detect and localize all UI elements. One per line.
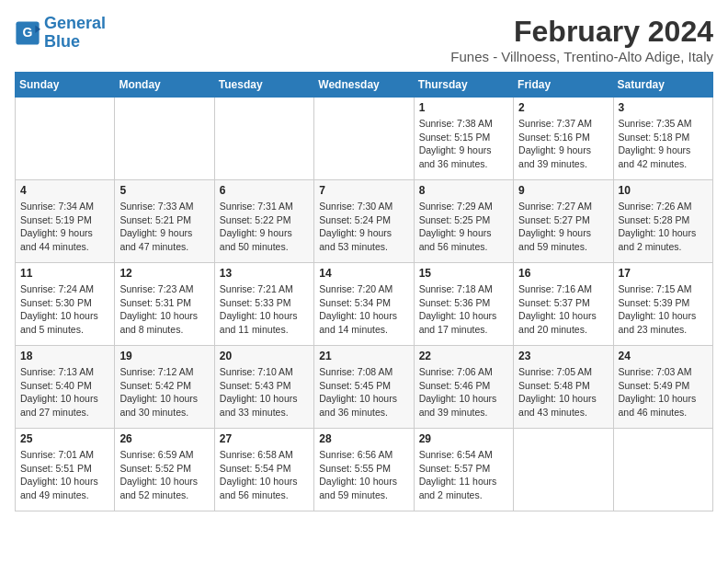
day-number: 29 [419,432,508,445]
day-detail: Sunrise: 7:33 AM Sunset: 5:21 PM Dayligh… [119,200,209,254]
day-detail: Sunrise: 7:12 AM Sunset: 5:42 PM Dayligh… [119,365,209,419]
day-detail: Sunrise: 7:27 AM Sunset: 5:27 PM Dayligh… [518,200,608,254]
day-number: 8 [419,184,508,197]
day-detail: Sunrise: 6:54 AM Sunset: 5:57 PM Dayligh… [419,448,508,502]
day-number: 24 [619,350,708,362]
table-row: 16Sunrise: 7:16 AM Sunset: 5:37 PM Dayli… [514,263,613,346]
day-detail: Sunrise: 7:37 AM Sunset: 5:16 PM Dayligh… [518,117,608,171]
header-friday: Friday [514,73,613,98]
logo-text: General Blue [44,15,106,52]
table-row: 5Sunrise: 7:33 AM Sunset: 5:21 PM Daylig… [115,180,214,263]
day-detail: Sunrise: 7:20 AM Sunset: 5:34 PM Dayligh… [319,282,408,337]
day-detail: Sunrise: 7:29 AM Sunset: 5:25 PM Dayligh… [419,200,508,254]
day-detail: Sunrise: 7:23 AM Sunset: 5:31 PM Dayligh… [119,282,209,337]
table-row: 23Sunrise: 7:05 AM Sunset: 5:48 PM Dayli… [514,346,613,429]
logo-line1: General [44,14,106,32]
table-row: 6Sunrise: 7:31 AM Sunset: 5:22 PM Daylig… [214,180,313,263]
day-detail: Sunrise: 7:30 AM Sunset: 5:24 PM Dayligh… [319,200,408,254]
day-number: 22 [419,350,508,362]
table-row: 28Sunrise: 6:56 AM Sunset: 5:55 PM Dayli… [314,429,414,511]
table-row: 2Sunrise: 7:37 AM Sunset: 5:16 PM Daylig… [514,98,613,180]
table-row [16,98,115,180]
table-row: 14Sunrise: 7:20 AM Sunset: 5:34 PM Dayli… [314,263,414,346]
day-detail: Sunrise: 7:18 AM Sunset: 5:36 PM Dayligh… [419,282,508,337]
day-detail: Sunrise: 7:01 AM Sunset: 5:51 PM Dayligh… [20,448,109,502]
day-number: 12 [119,267,209,280]
table-row: 24Sunrise: 7:03 AM Sunset: 5:49 PM Dayli… [613,346,712,429]
header-saturday: Saturday [613,73,712,98]
day-number: 13 [220,267,309,280]
day-number: 26 [119,432,209,445]
table-row [514,429,613,511]
day-number: 9 [518,184,608,197]
table-row: 7Sunrise: 7:30 AM Sunset: 5:24 PM Daylig… [314,180,414,263]
table-row [314,98,414,180]
day-number: 28 [319,432,408,445]
day-detail: Sunrise: 7:16 AM Sunset: 5:37 PM Dayligh… [518,282,608,337]
day-detail: Sunrise: 6:59 AM Sunset: 5:52 PM Dayligh… [119,448,209,502]
logo: G General Blue [15,15,106,52]
day-detail: Sunrise: 7:24 AM Sunset: 5:30 PM Dayligh… [20,282,109,337]
table-row: 29Sunrise: 6:54 AM Sunset: 5:57 PM Dayli… [414,429,513,511]
day-detail: Sunrise: 6:56 AM Sunset: 5:55 PM Dayligh… [319,448,408,502]
header: G General Blue February 2024 Funes - Vil… [15,15,713,64]
calendar-body: 1Sunrise: 7:38 AM Sunset: 5:15 PM Daylig… [16,98,713,511]
table-row: 20Sunrise: 7:10 AM Sunset: 5:43 PM Dayli… [214,346,313,429]
table-row [214,98,313,180]
day-detail: Sunrise: 7:34 AM Sunset: 5:19 PM Dayligh… [20,200,109,254]
day-detail: Sunrise: 7:13 AM Sunset: 5:40 PM Dayligh… [20,365,109,419]
table-row: 11Sunrise: 7:24 AM Sunset: 5:30 PM Dayli… [16,263,115,346]
calendar-header: Sunday Monday Tuesday Wednesday Thursday… [16,73,713,98]
table-row: 1Sunrise: 7:38 AM Sunset: 5:15 PM Daylig… [414,98,513,180]
table-row: 3Sunrise: 7:35 AM Sunset: 5:18 PM Daylig… [613,98,712,180]
day-number: 20 [220,350,309,362]
table-row: 13Sunrise: 7:21 AM Sunset: 5:33 PM Dayli… [214,263,313,346]
main-title: February 2024 [450,15,713,49]
table-row: 17Sunrise: 7:15 AM Sunset: 5:39 PM Dayli… [613,263,712,346]
day-detail: Sunrise: 7:06 AM Sunset: 5:46 PM Dayligh… [419,365,508,419]
header-wednesday: Wednesday [314,73,414,98]
day-detail: Sunrise: 7:21 AM Sunset: 5:33 PM Dayligh… [220,282,309,337]
day-detail: Sunrise: 7:15 AM Sunset: 5:39 PM Dayligh… [619,282,708,337]
table-row: 25Sunrise: 7:01 AM Sunset: 5:51 PM Dayli… [16,429,115,511]
day-detail: Sunrise: 7:26 AM Sunset: 5:28 PM Dayligh… [619,200,708,254]
day-number: 6 [220,184,309,197]
day-number: 16 [518,267,608,280]
svg-text:G: G [23,25,33,40]
day-detail: Sunrise: 7:38 AM Sunset: 5:15 PM Dayligh… [419,117,508,171]
day-number: 10 [619,184,708,197]
day-number: 27 [220,432,309,445]
day-number: 2 [518,101,608,114]
calendar-table: Sunday Monday Tuesday Wednesday Thursday… [15,72,713,511]
day-number: 15 [419,267,508,280]
day-number: 19 [119,350,209,362]
day-number: 7 [319,184,408,197]
subtitle: Funes - Villnoess, Trentino-Alto Adige, … [450,49,713,64]
day-number: 18 [20,350,109,362]
logo-icon: G [15,20,40,46]
table-row: 8Sunrise: 7:29 AM Sunset: 5:25 PM Daylig… [414,180,513,263]
table-row: 21Sunrise: 7:08 AM Sunset: 5:45 PM Dayli… [314,346,414,429]
table-row: 15Sunrise: 7:18 AM Sunset: 5:36 PM Dayli… [414,263,513,346]
table-row: 27Sunrise: 6:58 AM Sunset: 5:54 PM Dayli… [214,429,313,511]
table-row: 26Sunrise: 6:59 AM Sunset: 5:52 PM Dayli… [115,429,214,511]
day-detail: Sunrise: 7:03 AM Sunset: 5:49 PM Dayligh… [619,365,708,419]
day-number: 5 [119,184,209,197]
day-detail: Sunrise: 7:05 AM Sunset: 5:48 PM Dayligh… [518,365,608,419]
title-block: February 2024 Funes - Villnoess, Trentin… [450,15,713,64]
table-row: 10Sunrise: 7:26 AM Sunset: 5:28 PM Dayli… [613,180,712,263]
day-number: 3 [619,101,708,114]
header-monday: Monday [115,73,214,98]
day-detail: Sunrise: 7:35 AM Sunset: 5:18 PM Dayligh… [619,117,708,171]
day-detail: Sunrise: 7:08 AM Sunset: 5:45 PM Dayligh… [319,365,408,419]
logo-line2: Blue [44,32,80,51]
day-number: 14 [319,267,408,280]
day-detail: Sunrise: 7:31 AM Sunset: 5:22 PM Dayligh… [220,200,309,254]
day-detail: Sunrise: 7:10 AM Sunset: 5:43 PM Dayligh… [220,365,309,419]
table-row [613,429,712,511]
day-number: 1 [419,101,508,114]
day-detail: Sunrise: 6:58 AM Sunset: 5:54 PM Dayligh… [220,448,309,502]
table-row: 22Sunrise: 7:06 AM Sunset: 5:46 PM Dayli… [414,346,513,429]
day-number: 25 [20,432,109,445]
day-number: 17 [619,267,708,280]
